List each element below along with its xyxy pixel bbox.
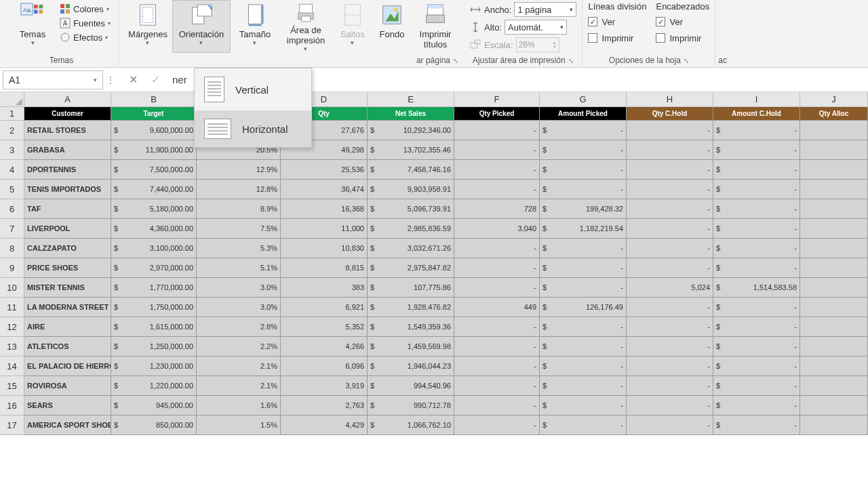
headings-view-checkbox[interactable]: ✓Ver <box>656 14 709 29</box>
cell[interactable]: 12.8% <box>197 180 281 199</box>
cell[interactable]: $- <box>713 376 800 396</box>
cell[interactable]: - <box>454 337 540 357</box>
col-header-A[interactable]: A <box>24 92 111 107</box>
row-header-15[interactable]: 15 <box>0 376 24 396</box>
cell[interactable]: - <box>454 357 540 376</box>
cell[interactable]: 2.1% <box>197 357 281 376</box>
cell[interactable]: $- <box>713 415 800 435</box>
col-header-F[interactable]: F <box>454 92 540 107</box>
col-header-B[interactable]: B <box>111 92 197 107</box>
header-cell[interactable]: Target <box>111 107 197 121</box>
cell[interactable]: $126,176.49 <box>540 298 627 317</box>
row-header-3[interactable]: 3 <box>0 140 24 160</box>
cell[interactable]: $- <box>540 239 627 258</box>
cell[interactable]: - <box>627 121 713 140</box>
cell[interactable]: $994,540.96 <box>368 376 454 396</box>
header-cell[interactable]: Amount Picked <box>540 107 627 121</box>
cell[interactable]: 5.3% <box>197 239 281 258</box>
cell[interactable]: 728 <box>454 199 540 219</box>
name-box[interactable]: A1▾ <box>3 70 103 89</box>
cell[interactable]: $- <box>713 258 800 278</box>
cell[interactable]: - <box>454 239 540 258</box>
print-titles-button[interactable]: Imprimir títulos <box>412 0 458 53</box>
cell[interactable]: MISTER TENNIS <box>24 278 111 298</box>
cell[interactable]: 449 <box>454 298 540 317</box>
cell[interactable]: - <box>454 121 540 140</box>
cell[interactable]: - <box>627 337 713 357</box>
cell[interactable]: $1,230,000.00 <box>111 357 197 376</box>
cell[interactable]: $- <box>540 258 627 278</box>
cell[interactable]: $2,975,847.82 <box>368 258 454 278</box>
cell[interactable]: $945,000.00 <box>111 396 197 415</box>
col-header-G[interactable]: G <box>540 92 627 107</box>
row-header-17[interactable]: 17 <box>0 415 24 435</box>
cell[interactable]: $1,750,000.00 <box>111 298 197 317</box>
col-header-I[interactable]: I <box>713 92 800 107</box>
cell[interactable]: $- <box>540 160 627 180</box>
header-cell[interactable]: Net Sales <box>368 107 454 121</box>
cell[interactable]: 3,919 <box>281 376 368 396</box>
cell[interactable]: - <box>454 278 540 298</box>
row-header-11[interactable]: 11 <box>0 298 24 317</box>
cell[interactable]: 12.9% <box>197 160 281 180</box>
row-header-10[interactable]: 10 <box>0 278 24 298</box>
cell[interactable]: $3,100,000.00 <box>111 239 197 258</box>
cell[interactable] <box>800 180 868 199</box>
cell[interactable]: 4,266 <box>281 337 368 357</box>
cell[interactable]: $1,220,000.00 <box>111 376 197 396</box>
cell[interactable]: $850,000.00 <box>111 415 197 435</box>
cell[interactable]: - <box>627 396 713 415</box>
cell[interactable]: 2.8% <box>197 317 281 337</box>
cancel-button[interactable]: ✕ <box>129 73 138 86</box>
themes-button[interactable]: Aa Temas ▾ <box>9 0 56 53</box>
cell[interactable] <box>800 337 868 357</box>
cell[interactable]: 6,921 <box>281 298 368 317</box>
cell[interactable]: $10,292,346.00 <box>368 121 454 140</box>
formula-text[interactable]: ner <box>167 74 187 85</box>
header-cell[interactable]: Qty C.Hold <box>627 107 713 121</box>
cell[interactable]: $2,985,836.59 <box>368 219 454 239</box>
cell[interactable]: $- <box>540 357 627 376</box>
cell[interactable]: $- <box>540 317 627 337</box>
cell[interactable]: TENIS IMPORTADOS <box>24 180 111 199</box>
header-cell[interactable]: Amount C.Hold <box>713 107 800 121</box>
orientation-horizontal[interactable]: Horizontal <box>195 110 311 147</box>
cell[interactable] <box>800 121 868 140</box>
cell[interactable]: $9,903,958.91 <box>368 180 454 199</box>
cell[interactable]: 25,536 <box>281 160 368 180</box>
cell[interactable]: $- <box>713 357 800 376</box>
enter-button[interactable]: ✓ <box>151 73 160 86</box>
cell[interactable]: $3,032,671.26 <box>368 239 454 258</box>
cell[interactable]: $- <box>713 199 800 219</box>
cell[interactable]: - <box>627 317 713 337</box>
row-header-13[interactable]: 13 <box>0 337 24 357</box>
page-setup-dialog-launcher[interactable]: ⤡ <box>453 57 458 64</box>
cell[interactable]: 1.6% <box>197 396 281 415</box>
cell[interactable]: - <box>627 376 713 396</box>
cell[interactable]: $- <box>713 317 800 337</box>
cell[interactable]: - <box>627 239 713 258</box>
gridlines-view-checkbox[interactable]: ✓Ver <box>588 14 646 29</box>
cell[interactable] <box>800 376 868 396</box>
row-header-16[interactable]: 16 <box>0 396 24 415</box>
cell[interactable]: LA MODERNA STREET <box>24 298 111 317</box>
print-area-button[interactable]: Área de impresión▾ <box>279 0 332 53</box>
cell[interactable]: $- <box>540 140 627 160</box>
cell[interactable]: $- <box>713 121 800 140</box>
cell[interactable]: - <box>454 140 540 160</box>
cell[interactable]: 2.2% <box>197 337 281 357</box>
cell[interactable]: SEARS <box>24 396 111 415</box>
cell[interactable]: CALZZAPATO <box>24 239 111 258</box>
cell[interactable]: - <box>454 415 540 435</box>
cell[interactable]: $- <box>540 121 627 140</box>
header-cell[interactable]: Qty Alloc <box>800 107 868 121</box>
cell[interactable]: $- <box>713 160 800 180</box>
cell[interactable]: $- <box>713 298 800 317</box>
cell[interactable]: $- <box>713 239 800 258</box>
cell[interactable]: - <box>627 357 713 376</box>
cell[interactable]: $- <box>713 337 800 357</box>
cell[interactable]: GRABASA <box>24 140 111 160</box>
cell[interactable]: $1,928,476.82 <box>368 298 454 317</box>
cell[interactable]: $- <box>540 337 627 357</box>
cell[interactable] <box>800 317 868 337</box>
